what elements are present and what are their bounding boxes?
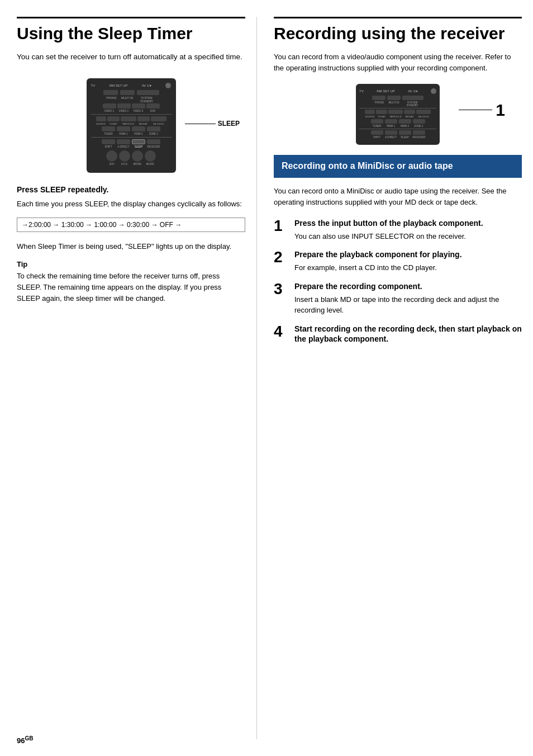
rbtn-systemstandby	[137, 90, 159, 95]
step-2: 2 Prepare the playback component for pla…	[274, 249, 522, 273]
remote-image-left: TV RM SET UP AV 1/♦ PHONO MULTI IN SYSTE…	[87, 78, 176, 173]
rbtn-video1	[103, 103, 116, 108]
sleep-callout: SLEEP	[185, 120, 240, 127]
rlbl-multiin: MULTI IN	[120, 96, 135, 103]
step-4-num: 4	[274, 324, 288, 339]
rbtn-video3	[132, 103, 145, 108]
rlbl-sstandby: SYSTEM STANDBY	[136, 96, 158, 103]
step-3-num: 3	[274, 281, 288, 297]
rbtn-shift	[102, 139, 115, 144]
step-2-content: Prepare the playback component for playi…	[294, 249, 522, 273]
rbtn-dvd	[146, 103, 160, 108]
callout-1-wrap: 1	[459, 101, 505, 120]
rbtn-hdmi2	[132, 126, 145, 131]
blue-box-title: Recording onto a MiniDisc or audio tape	[282, 160, 514, 172]
remote-illustration-left: TV RM SET UP AV 1/♦ PHONO MULTI IN SYSTE…	[17, 78, 245, 173]
callout-1-line	[459, 110, 492, 110]
rbtn-phono	[103, 90, 118, 95]
rbtn-2ch	[106, 150, 117, 162]
step-3-title: Prepare the recording component.	[294, 281, 522, 292]
sleep-callout-line	[185, 124, 216, 124]
rbtn-multiin	[120, 90, 135, 95]
blue-box: Recording onto a MiniDisc or audio tape	[274, 155, 522, 178]
page-number: 96GB	[17, 735, 33, 745]
step-3: 3 Prepare the recording component. Inser…	[274, 281, 522, 316]
rbtn-video2	[117, 103, 131, 108]
page-number-text: 96	[17, 736, 25, 745]
press-sleep-body-text: Each time you press SLEEP, the display c…	[17, 199, 245, 210]
rbtn-tuner	[102, 126, 115, 131]
remote-rmsetup-label: RM SET UP	[110, 84, 128, 87]
remote-power-btn	[165, 83, 171, 88]
step-4-title: Start recording on the recording deck, t…	[294, 324, 522, 345]
blue-box-body: You can record onto a MiniDisc or audio …	[274, 186, 522, 208]
sleep-callout-text: SLEEP	[218, 120, 240, 127]
rbtn-mddat	[137, 116, 150, 121]
timer-cycle-text: →2:00:00 → 1:30:00 → 1:00:00 → 0:30:00 →…	[22, 221, 182, 229]
remote-tv-label: TV	[91, 84, 96, 87]
rbtn-receiver	[147, 139, 160, 144]
step-2-num: 2	[274, 249, 288, 265]
callout-1-number: 1	[496, 101, 505, 120]
sleep-body2: When Sleep Timer is being used, "SLEEP" …	[17, 241, 245, 252]
press-sleep-body: Each time you press SLEEP, the display c…	[17, 199, 245, 210]
tip-body: To check the remaining time before the r…	[17, 271, 245, 304]
rbtn-zone2	[147, 126, 160, 131]
step-4-content: Start recording on the recording deck, t…	[294, 324, 522, 347]
step-1-title: Press the input button of the playback c…	[294, 218, 522, 229]
rbtn-movie	[132, 150, 143, 162]
steps-container: 1 Press the input button of the playback…	[274, 218, 522, 355]
step-1-body: You can also use INPUT SELECTOR on the r…	[294, 231, 522, 242]
step-3-body: Insert a blank MD or tape into the recor…	[294, 294, 522, 316]
rbtn-music	[145, 150, 156, 162]
rbtn-sacdcd	[151, 116, 166, 121]
left-section-title: Using the Sleep Timer	[17, 17, 245, 44]
left-intro: You can set the receiver to turn off aut…	[17, 51, 245, 63]
remote-divider-1	[91, 114, 172, 115]
step-2-title: Prepare the playback component for playi…	[294, 249, 522, 260]
step-3-content: Prepare the recording component. Insert …	[294, 281, 522, 316]
tip-label: Tip	[17, 260, 245, 268]
timer-cycle-box: →2:00:00 → 1:30:00 → 1:00:00 → 0:30:00 →…	[17, 218, 245, 232]
step-2-body: For example, insert a CD into the CD pla…	[294, 262, 522, 273]
right-section-title: Recording using the receiver	[274, 17, 522, 44]
rbtn-tvsat	[107, 116, 120, 121]
press-sleep-title: Press SLEEP repeatedly.	[17, 185, 245, 194]
rlbl-phono: PHONO	[104, 96, 119, 103]
rbtn-adirect	[117, 139, 130, 144]
step-4: 4 Start recording on the recording deck,…	[274, 324, 522, 347]
rbtn-tapecdr	[121, 116, 136, 121]
step-1: 1 Press the input button of the playback…	[274, 218, 522, 242]
rbtn-hdmi1	[117, 126, 130, 131]
rbtn-afd	[119, 150, 130, 162]
remote-illustration-right: TV RM SET UP AV 1/♦ PHONO MULTI IN SYSTE…	[274, 84, 522, 145]
step-1-num: 1	[274, 218, 288, 234]
rbtn-sleep	[132, 139, 145, 144]
remote-av-label: AV 1/♦	[142, 84, 151, 87]
right-column: Recording using the receiver You can rec…	[268, 17, 522, 739]
right-intro: You can record from a video/audio compon…	[274, 51, 522, 74]
remote-image-right: TV RM SET UP AV 1/♦ PHONO MULTI IN SYSTE…	[356, 84, 440, 145]
page-number-suffix: GB	[25, 735, 33, 741]
remote-divider-2	[91, 137, 172, 138]
left-column: Using the Sleep Timer You can set the re…	[17, 17, 257, 739]
rbtn-source	[96, 116, 106, 121]
step-1-content: Press the input button of the playback c…	[294, 218, 522, 242]
